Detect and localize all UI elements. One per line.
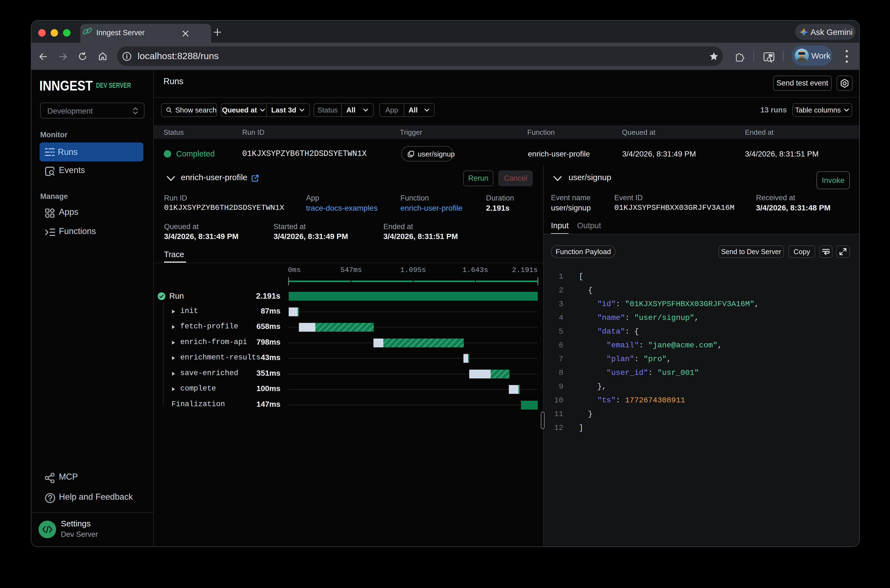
svg-text:DEV SERVER: DEV SERVER: [96, 81, 131, 89]
